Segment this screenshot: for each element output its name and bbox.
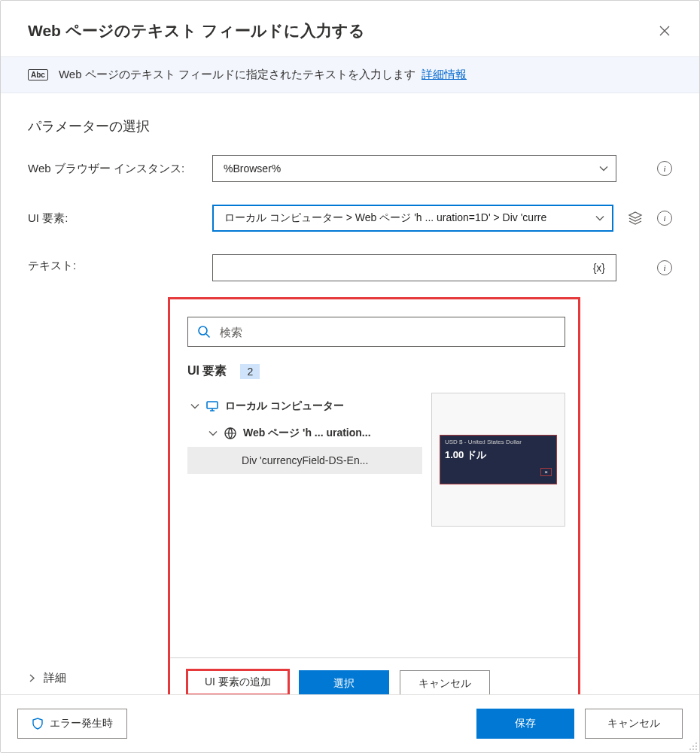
tree-node-computer-label: ローカル コンピューター: [225, 399, 344, 413]
close-button[interactable]: [653, 19, 677, 43]
chevron-down-icon: [190, 402, 199, 411]
chevron-down-icon: [595, 214, 604, 223]
browser-instance-row: Web ブラウザー インスタンス: %Browser% i: [28, 155, 672, 182]
preview-thumbnail: USD $ - United States Dollar 1.00 ドル ×: [440, 435, 557, 484]
params-section-title: パラメーターの選択: [28, 117, 672, 135]
info-banner: Abc Web ページのテキスト フィールドに指定されたテキストを入力します 詳…: [1, 56, 699, 93]
variable-icon[interactable]: {x}: [593, 262, 605, 274]
svg-point-7: [692, 748, 694, 750]
banner-text: Web ページのテキスト フィールドに指定されたテキストを入力します 詳細情報: [59, 68, 467, 82]
dialog-body: パラメーターの選択 Web ブラウザー インスタンス: %Browser% i …: [1, 93, 699, 694]
ui-elements-header-label: UI 要素: [187, 363, 227, 379]
search-input[interactable]: [218, 325, 555, 339]
dialog-title: Web ページのテキスト フィールドに入力する: [28, 20, 365, 41]
popup-button-row: UI 要素の追加 選択 キャンセル: [187, 670, 565, 694]
info-icon[interactable]: i: [657, 211, 672, 226]
close-icon: [659, 26, 670, 36]
ui-element-dropdown[interactable]: ローカル コンピューター > Web ページ 'h ... uration=1D…: [212, 205, 613, 232]
ui-elements-header: UI 要素 2: [187, 363, 565, 379]
tree-node-computer[interactable]: ローカル コンピューター: [187, 393, 422, 420]
info-icon[interactable]: i: [657, 260, 672, 275]
dialog-header: Web ページのテキスト フィールドに入力する: [1, 1, 699, 56]
shield-icon: [32, 718, 44, 730]
dialog-footer: エラー発生時 保存 キャンセル: [1, 694, 699, 752]
svg-point-5: [695, 745, 697, 747]
svg-point-4: [692, 745, 694, 747]
select-button[interactable]: 選択: [299, 670, 389, 694]
svg-point-0: [199, 326, 207, 335]
svg-point-6: [689, 748, 691, 750]
popup-cancel-button[interactable]: キャンセル: [400, 670, 490, 694]
details-link[interactable]: 詳細情報: [422, 68, 467, 80]
on-error-label: エラー発生時: [50, 717, 113, 730]
svg-rect-1: [207, 402, 218, 408]
ui-element-tree: ローカル コンピューター Web ページ 'h ... uration... D…: [187, 393, 422, 474]
tree-node-div[interactable]: Div 'currencyField-DS-En...: [187, 447, 422, 474]
save-button[interactable]: 保存: [476, 709, 574, 739]
ui-element-row: UI 要素: ローカル コンピューター > Web ページ 'h ... ura…: [28, 205, 672, 232]
tree-node-div-label: Div 'currencyField-DS-En...: [242, 454, 368, 466]
text-row: テキスト: {x} i: [28, 254, 672, 281]
chevron-right-icon: [28, 674, 36, 682]
browser-instance-value: %Browser%: [224, 162, 281, 175]
resize-grip-icon[interactable]: [687, 740, 698, 751]
computer-icon: [205, 399, 219, 413]
cancel-button[interactable]: キャンセル: [585, 709, 683, 739]
text-label: テキスト:: [28, 254, 205, 278]
search-box[interactable]: [187, 317, 565, 347]
browser-instance-dropdown[interactable]: %Browser%: [212, 155, 616, 182]
preview-tag: ×: [540, 468, 552, 476]
abc-icon: Abc: [28, 69, 48, 80]
add-ui-element-button[interactable]: UI 要素の追加: [186, 669, 290, 694]
info-icon[interactable]: i: [657, 161, 672, 176]
search-icon: [197, 325, 211, 339]
ui-elements-count: 2: [240, 364, 260, 379]
preview-value: 1.00 ドル: [445, 448, 552, 462]
advanced-toggle[interactable]: 詳細: [28, 671, 66, 685]
advanced-label: 詳細: [44, 671, 66, 685]
tree-preview-container: ローカル コンピューター Web ページ 'h ... uration... D…: [187, 393, 565, 527]
chevron-down-icon: [599, 164, 608, 173]
ui-element-label: UI 要素:: [28, 207, 205, 230]
browser-instance-label: Web ブラウザー インスタンス:: [28, 157, 205, 181]
globe-icon: [224, 427, 237, 440]
svg-point-3: [695, 742, 697, 744]
text-input[interactable]: {x}: [212, 254, 616, 281]
element-preview: USD $ - United States Dollar 1.00 ドル ×: [431, 393, 565, 527]
preview-currency-line: USD $ - United States Dollar: [445, 439, 552, 445]
svg-point-8: [695, 748, 697, 750]
on-error-button[interactable]: エラー発生時: [17, 709, 127, 739]
ui-element-value: ローカル コンピューター > Web ページ 'h ... uration=1D…: [224, 211, 546, 225]
ui-element-picker-popup: UI 要素 2 ローカル コンピューター Web ページ 'h ... urat…: [168, 297, 580, 694]
layers-icon[interactable]: [627, 210, 644, 226]
tree-node-webpage[interactable]: Web ページ 'h ... uration...: [187, 420, 422, 447]
dialog-window: Web ページのテキスト フィールドに入力する Abc Web ページのテキスト…: [0, 0, 700, 753]
tree-node-webpage-label: Web ページ 'h ... uration...: [243, 427, 371, 440]
chevron-down-icon: [208, 429, 218, 438]
